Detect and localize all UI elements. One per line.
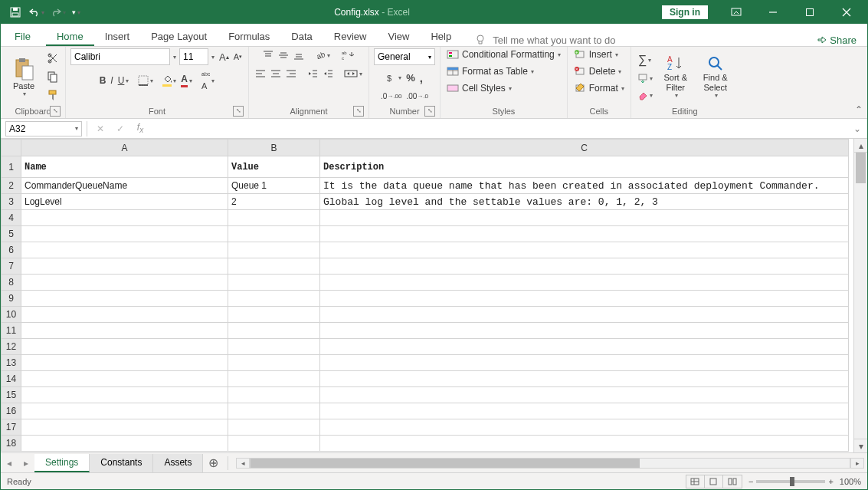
comma-button[interactable]: , xyxy=(418,70,424,86)
zoom-slider[interactable]: − + xyxy=(748,477,834,486)
tell-me[interactable]: Tell me what you want to do xyxy=(474,34,615,46)
worksheet-grid[interactable]: ABC1NameValueDescription2CommanderQueueN… xyxy=(1,139,853,452)
align-middle-button[interactable] xyxy=(277,48,290,62)
align-bottom-button[interactable] xyxy=(292,48,306,62)
cell-C14[interactable] xyxy=(320,371,849,387)
row-header-5[interactable]: 5 xyxy=(2,226,21,242)
cell-B3[interactable]: 2 xyxy=(228,194,320,210)
row-header-16[interactable]: 16 xyxy=(2,403,21,419)
cell-A4[interactable] xyxy=(21,210,228,226)
italic-button[interactable]: I xyxy=(109,74,114,87)
row-header-3[interactable]: 3 xyxy=(2,194,21,210)
col-header-C[interactable]: C xyxy=(320,140,849,156)
row-header-15[interactable]: 15 xyxy=(2,387,21,403)
ribbon-display-options[interactable] xyxy=(719,1,754,24)
row-header-4[interactable]: 4 xyxy=(2,210,21,226)
autosum-button[interactable]: ∑ xyxy=(636,51,654,68)
new-sheet-button[interactable]: ⊕ xyxy=(203,455,223,470)
cell-B8[interactable] xyxy=(228,275,320,291)
delete-cells-button[interactable]: ×Delete▾ xyxy=(572,65,624,77)
cell-C8[interactable] xyxy=(320,275,849,291)
number-format-select[interactable]: General▾ xyxy=(374,48,435,65)
cell-C7[interactable] xyxy=(320,258,849,275)
cell-A14[interactable] xyxy=(21,371,228,387)
zoom-out-button[interactable]: − xyxy=(748,477,753,486)
cell-B12[interactable] xyxy=(228,339,320,355)
insert-cells-button[interactable]: +Insert▾ xyxy=(572,48,620,61)
percent-button[interactable]: % xyxy=(405,71,417,85)
font-dialog-launcher[interactable]: ⤡ xyxy=(233,106,244,117)
cell-B5[interactable] xyxy=(228,226,320,242)
number-dialog-launcher[interactable]: ⤡ xyxy=(424,106,435,117)
cell-C18[interactable] xyxy=(320,436,849,452)
underline-button[interactable]: U xyxy=(116,74,131,87)
cell-B7[interactable] xyxy=(228,258,320,275)
cell-A5[interactable] xyxy=(21,226,228,242)
grow-font-button[interactable]: A▴ xyxy=(218,50,231,64)
col-header-A[interactable]: A xyxy=(21,140,228,156)
cell-C3[interactable]: Global log level and the settable values… xyxy=(320,194,849,210)
page-break-view-button[interactable] xyxy=(723,475,742,488)
normal-view-button[interactable] xyxy=(686,475,705,488)
conditional-formatting-button[interactable]: Conditional Formatting▾ xyxy=(445,48,562,61)
decrease-indent-button[interactable] xyxy=(306,67,319,81)
cell-B18[interactable] xyxy=(228,436,320,452)
fill-button[interactable] xyxy=(636,71,654,85)
cell-C4[interactable] xyxy=(320,210,849,226)
close-button[interactable] xyxy=(829,1,864,24)
tab-home[interactable]: Home xyxy=(46,28,94,46)
cell-B13[interactable] xyxy=(228,355,320,371)
zoom-level[interactable]: 100% xyxy=(840,477,861,486)
cell-B2[interactable]: Queue 1 xyxy=(228,178,320,194)
hscroll-thumb[interactable] xyxy=(251,459,640,468)
cell-C5[interactable] xyxy=(320,226,849,242)
format-painter-button[interactable] xyxy=(45,87,61,103)
cell-A13[interactable] xyxy=(21,355,228,371)
minimize-button[interactable] xyxy=(755,1,791,24)
cell-A7[interactable] xyxy=(21,258,228,275)
name-box[interactable]: A32▾ xyxy=(5,121,82,136)
cell-A1[interactable]: Name xyxy=(21,156,228,178)
format-cells-button[interactable]: Format▾ xyxy=(572,82,626,94)
alignment-dialog-launcher[interactable]: ⤡ xyxy=(353,106,364,117)
scroll-down-button[interactable]: ▾ xyxy=(854,439,867,452)
cell-A11[interactable] xyxy=(21,323,228,339)
wrap-text-button[interactable]: abc xyxy=(339,48,356,62)
sheet-tab-constants[interactable]: Constants xyxy=(90,454,153,472)
signin-button[interactable]: Sign in xyxy=(662,5,708,19)
orientation-button[interactable]: ab xyxy=(313,48,332,62)
sheet-nav-prev[interactable]: ◂ xyxy=(1,458,18,469)
align-center-button[interactable] xyxy=(269,67,283,81)
cell-A17[interactable] xyxy=(21,419,228,436)
increase-decimal-button[interactable]: .0→.00 xyxy=(379,90,403,102)
cell-B15[interactable] xyxy=(228,387,320,403)
hscroll-right[interactable]: ▸ xyxy=(850,458,864,469)
clipboard-dialog-launcher[interactable]: ⤡ xyxy=(50,106,61,117)
row-header-17[interactable]: 17 xyxy=(2,419,21,436)
tab-file[interactable]: File xyxy=(4,28,41,46)
cell-C2[interactable]: It is the data queue name that has been … xyxy=(320,178,849,194)
row-header-14[interactable]: 14 xyxy=(2,371,21,387)
accounting-format-button[interactable]: $ xyxy=(385,71,403,85)
cell-C15[interactable] xyxy=(320,387,849,403)
phonetic-button[interactable]: abcA xyxy=(200,70,216,92)
cell-B6[interactable] xyxy=(228,242,320,258)
cell-C1[interactable]: Description xyxy=(320,156,849,178)
cell-A10[interactable] xyxy=(21,307,228,323)
find-select-button[interactable]: Find & Select xyxy=(697,51,734,102)
cell-C6[interactable] xyxy=(320,242,849,258)
horizontal-scrollbar[interactable]: ◂ ▸ xyxy=(233,458,867,469)
cell-B14[interactable] xyxy=(228,371,320,387)
row-header-7[interactable]: 7 xyxy=(2,258,21,275)
sheet-tab-assets[interactable]: Assets xyxy=(153,454,203,472)
cancel-formula-button[interactable]: ✕ xyxy=(90,123,110,134)
maximize-button[interactable] xyxy=(792,1,827,24)
cell-styles-button[interactable]: Cell Styles▾ xyxy=(445,82,513,94)
cell-B1[interactable]: Value xyxy=(228,156,320,178)
undo-button[interactable] xyxy=(27,3,47,21)
fill-color-button[interactable] xyxy=(161,73,178,88)
cell-C12[interactable] xyxy=(320,339,849,355)
row-header-18[interactable]: 18 xyxy=(2,436,21,452)
align-right-button[interactable] xyxy=(284,67,298,81)
cell-A3[interactable]: LogLevel xyxy=(21,194,228,210)
